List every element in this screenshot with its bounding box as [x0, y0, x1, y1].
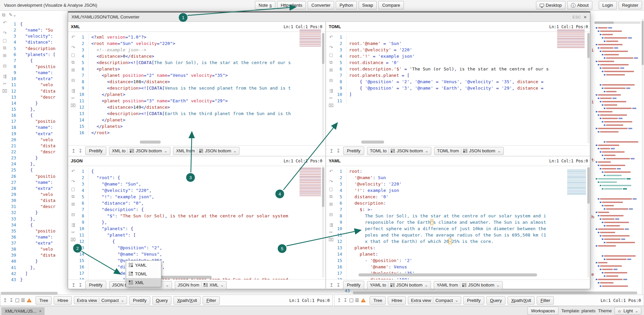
tree-row[interactable]: [596, 111, 612, 112]
bg-cut-icon[interactable]: ✂: [3, 81, 7, 86]
menu-item-yaml[interactable]: YAML: [126, 261, 161, 269]
tree-row[interactable]: [602, 205, 614, 206]
copy-document-icon[interactable]: ⧉: [2, 12, 5, 18]
tree-row[interactable]: [604, 158, 635, 159]
tree-row[interactable]: [598, 148, 615, 149]
status-button-query[interactable]: Query: [486, 296, 505, 305]
tree-row[interactable]: [598, 47, 618, 49]
download-icon[interactable]: ↧: [9, 297, 14, 303]
xml-select-icon[interactable]: ▢: [71, 52, 75, 57]
tree-row[interactable]: [602, 54, 619, 55]
tree-row[interactable]: [598, 131, 619, 133]
toml-convert-from-control[interactable]: TOML fromJSON bottom⌄: [434, 147, 504, 155]
json-select-icon[interactable]: ▢: [71, 187, 75, 192]
toml-wrap-icon[interactable]: ⇶: [329, 88, 333, 93]
code-editor-toml[interactable]: 12root.'@name' = 'Sun'3root.'@velocity' …: [336, 32, 591, 145]
status-button-xpath-xslt[interactable]: Xpath/Xslt: [173, 296, 201, 305]
tree-row[interactable]: [598, 181, 617, 183]
yaml-redo-icon[interactable]: ↷: [329, 179, 333, 184]
tree-row[interactable]: [604, 91, 616, 92]
tree-row[interactable]: [604, 124, 623, 126]
view-mode-control-right[interactable]: Extra viewCompact⌄: [408, 296, 461, 304]
tree-row[interactable]: [604, 275, 618, 277]
json-cut-icon[interactable]: ✂: [71, 230, 75, 235]
download-icon[interactable]: ↧: [78, 148, 83, 154]
yaml-wrap-icon[interactable]: ⇶: [329, 222, 333, 227]
tree-row[interactable]: [604, 225, 620, 226]
toml-select-icon[interactable]: ▢: [329, 52, 333, 57]
tree-row[interactable]: [600, 185, 631, 186]
tree-row[interactable]: [596, 211, 609, 213]
yaml-copy-icon[interactable]: ⧉: [329, 194, 332, 199]
tree-row[interactable]: [602, 255, 636, 257]
xml-delete-icon[interactable]: ⌧: [71, 103, 76, 108]
tree-row[interactable]: [604, 74, 625, 75]
tree-row[interactable]: [602, 154, 615, 156]
top-tab-notes[interactable]: Notes: [255, 1, 275, 9]
yaml-convert-to-control[interactable]: YAML toJSON bottom⌄: [367, 281, 431, 289]
warning-icon[interactable]: [27, 298, 32, 302]
xml-vscrollbar[interactable]: [322, 33, 324, 143]
json-copy-icon[interactable]: ⧉: [71, 194, 74, 199]
warning-icon[interactable]: [361, 298, 366, 302]
xml-paste-special-icon[interactable]: ⊟: [71, 78, 75, 83]
status-button-prettify[interactable]: Prettify: [129, 296, 150, 305]
bg-undo-icon[interactable]: ↶: [3, 20, 7, 25]
tree-row[interactable]: [600, 235, 630, 237]
status-button-tree[interactable]: Tree: [370, 296, 386, 305]
json-wrap-icon[interactable]: ⇶: [71, 222, 75, 227]
yaml-undo-icon[interactable]: ↶: [329, 169, 333, 174]
xml-undo-icon[interactable]: ↶: [71, 35, 75, 40]
tree-row[interactable]: [604, 40, 618, 42]
toml-paste-special-icon[interactable]: ⊟: [329, 78, 333, 83]
json-paste-icon[interactable]: ⊞: [71, 202, 75, 207]
json-undo-icon[interactable]: ↶: [71, 169, 75, 174]
tree-row[interactable]: [604, 107, 636, 109]
tree-row[interactable]: [598, 30, 622, 32]
bg-copy-icon[interactable]: ⧉: [3, 45, 6, 51]
json-delete-icon[interactable]: ⌧: [71, 237, 76, 242]
theme-selector[interactable]: ☼ Light ⌄: [614, 307, 641, 315]
tree-row[interactable]: [602, 104, 617, 106]
workspaces-button[interactable]: Workspaces: [527, 307, 558, 315]
xml-hscrollbar[interactable]: [140, 141, 161, 144]
tree-row[interactable]: [602, 37, 632, 39]
code-editor-yaml[interactable]: 1root:2 '@name': Sun3 '@velocity': '220'…: [336, 166, 591, 279]
tree-row[interactable]: [596, 245, 616, 247]
code-editor-xml[interactable]: 1<?xml version="1.0"?>2<root name="Sun" …: [78, 32, 325, 145]
json-convert-from-control[interactable]: JSON fromXML⌄: [175, 281, 227, 289]
upload-icon[interactable]: ↥: [329, 282, 334, 288]
xml-cut-icon[interactable]: ✂: [71, 96, 75, 101]
tree-row[interactable]: [602, 188, 627, 190]
tree-row[interactable]: [600, 201, 623, 203]
tree-row[interactable]: [602, 171, 631, 173]
toml-hscrollbar[interactable]: [361, 141, 384, 144]
bg-delete-icon[interactable]: ⌧: [2, 89, 7, 94]
upload-icon[interactable]: ↥: [71, 282, 76, 288]
tree-row[interactable]: [604, 174, 622, 176]
xml-convert-to-control[interactable]: XML toJSON bottom⌄: [109, 147, 170, 155]
xml-wrap-icon[interactable]: ⇶: [71, 88, 75, 93]
bg-wrap-icon[interactable]: ⇶: [3, 74, 7, 79]
xml-convert-from-control[interactable]: XML fromJSON bottom⌄: [173, 147, 239, 155]
left-editor-hscrollbar[interactable]: [1, 292, 58, 295]
tree-row[interactable]: [602, 221, 629, 223]
close-icon[interactable]: ×: [584, 14, 587, 20]
top-tab-swap[interactable]: Swap: [359, 1, 377, 9]
top-tab-converter[interactable]: Converter: [308, 1, 334, 9]
tree-row[interactable]: [600, 218, 619, 220]
upload-icon[interactable]: ↥: [337, 297, 341, 303]
top-tab-python[interactable]: Python: [336, 1, 357, 9]
top-button-desktop[interactable]: Desktop: [536, 1, 566, 9]
menu-item-toml[interactable]: TOML: [126, 269, 161, 278]
download-icon[interactable]: ↧: [78, 282, 83, 288]
yaml-hscrollbar[interactable]: [359, 273, 537, 276]
json-vscrollbar[interactable]: [322, 167, 324, 277]
tree-row[interactable]: [602, 87, 630, 89]
tree-row[interactable]: [602, 272, 627, 273]
document-tab[interactable]: XML/YAML/JS... ×: [1, 307, 45, 315]
tree-row[interactable]: [598, 97, 616, 99]
tree-row[interactable]: [598, 64, 629, 65]
tree-row[interactable]: [604, 208, 633, 210]
yaml-select-icon[interactable]: ▢: [329, 187, 333, 192]
